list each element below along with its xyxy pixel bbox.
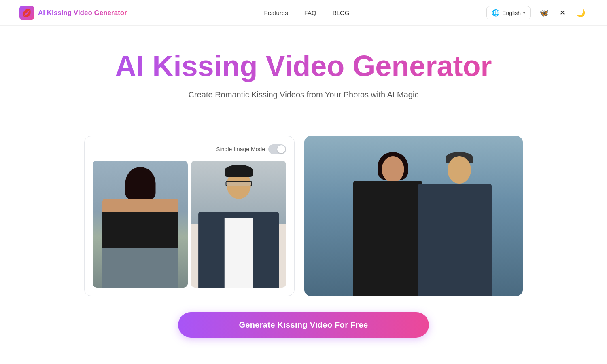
result-man-figure xyxy=(414,152,505,296)
twitter-button[interactable]: ✕ xyxy=(557,6,567,19)
demo-container: Single Image Mode xyxy=(0,136,607,296)
mode-label: Single Image Mode xyxy=(216,146,265,152)
result-woman-head xyxy=(382,156,404,182)
cta-wrap: Generate Kissing Video For Free xyxy=(0,312,607,358)
result-panel xyxy=(304,136,523,296)
hero-section: AI Kissing Video Generator Create Romant… xyxy=(0,26,607,136)
man-photo-preview xyxy=(191,161,286,287)
theme-toggle-button[interactable]: 🌙 xyxy=(574,6,588,20)
result-man-head xyxy=(448,156,471,184)
language-selector[interactable]: 🌐 English ▾ xyxy=(486,6,531,19)
hero-title: AI Kissing Video Generator xyxy=(19,50,588,82)
woman-photo-preview xyxy=(93,161,188,287)
nav-links: Features FAQ BLOG xyxy=(264,9,349,16)
hero-subtitle: Create Romantic Kissing Videos from Your… xyxy=(19,90,588,99)
photo-grid xyxy=(93,161,286,287)
bluesky-icon: 🦋 xyxy=(539,8,548,17)
woman-body xyxy=(102,199,178,287)
nav-blog[interactable]: BLOG xyxy=(333,9,350,16)
nav-right: 🌐 English ▾ 🦋 ✕ 🌙 xyxy=(486,6,588,20)
generate-button[interactable]: Generate Kissing Video For Free xyxy=(178,312,429,338)
result-man-body xyxy=(418,184,491,296)
nav-faq[interactable]: FAQ xyxy=(304,9,316,16)
man-shirt xyxy=(224,218,253,287)
panel-header: Single Image Mode xyxy=(93,144,286,154)
navbar: 💋 AI Kissing Video Generator Features FA… xyxy=(0,0,607,26)
brand-link[interactable]: 💋 AI Kissing Video Generator xyxy=(19,6,127,20)
bluesky-button[interactable]: 🦋 xyxy=(537,6,551,20)
moon-icon: 🌙 xyxy=(576,8,585,17)
brand-logo: 💋 xyxy=(19,6,34,20)
nav-features[interactable]: Features xyxy=(264,9,288,16)
lang-label: English xyxy=(502,10,521,16)
result-woman-body xyxy=(353,181,422,296)
upload-panel: Single Image Mode xyxy=(84,136,295,296)
flag-icon: 🌐 xyxy=(492,9,500,17)
man-hair xyxy=(225,165,253,177)
brand-title: AI Kissing Video Generator xyxy=(38,9,127,17)
photo-slot-woman[interactable] xyxy=(93,161,188,287)
twitter-x-icon: ✕ xyxy=(560,9,565,17)
woman-hair xyxy=(125,167,155,199)
single-image-mode-toggle[interactable] xyxy=(268,144,286,154)
bottom-section: Turn Photos into Romantic Moments! xyxy=(0,358,607,364)
man-glasses xyxy=(225,181,252,186)
result-photo xyxy=(304,136,523,296)
chevron-down-icon: ▾ xyxy=(523,11,525,15)
photo-slot-man[interactable] xyxy=(191,161,286,287)
